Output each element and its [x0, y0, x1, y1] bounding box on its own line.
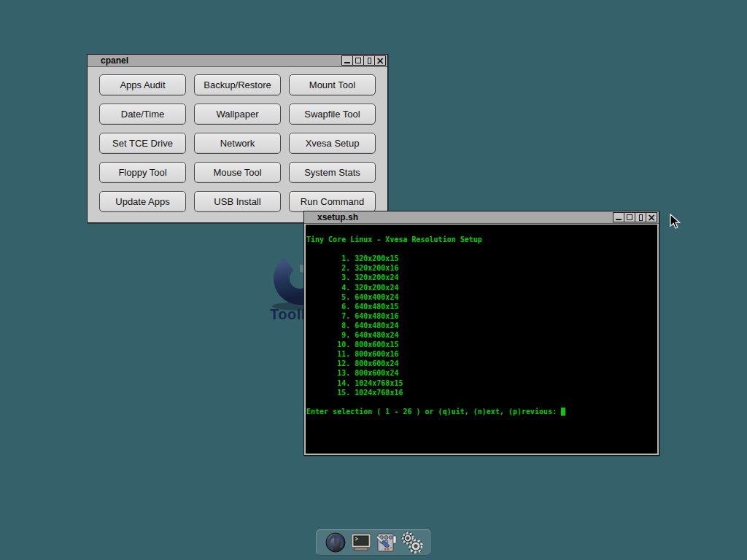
power-icon[interactable] [325, 532, 347, 553]
update-apps-button[interactable]: Update Apps [99, 191, 186, 212]
system-stats-button[interactable]: System Stats [289, 162, 376, 183]
close-icon [647, 211, 656, 224]
mouse-tool-button[interactable]: Mouse Tool [194, 162, 281, 183]
terminal-icon[interactable] [350, 532, 372, 553]
xsetup-titlebar[interactable]: xsetup.sh [304, 211, 659, 224]
close-icon [376, 54, 384, 67]
maximize-icon [627, 214, 632, 220]
terminal-block-cursor [561, 408, 565, 416]
date-time-button[interactable]: Date/Time [99, 104, 186, 125]
xvesa-setup-button[interactable]: Xvesa Setup [289, 133, 376, 154]
set-tce-drive-button[interactable]: Set TCE Drive [99, 133, 186, 154]
terminal-area[interactable]: Tiny Core Linux - Xvesa Resolution Setup… [304, 225, 659, 455]
shade-icon [639, 214, 643, 221]
cpanel-window-controls [342, 55, 386, 66]
shade-icon [368, 58, 371, 64]
close-button[interactable] [374, 55, 386, 66]
dock-bar [316, 529, 431, 556]
floppy-tool-button[interactable]: Floppy Tool [99, 162, 186, 183]
backup-restore-button[interactable]: Backup/Restore [194, 74, 281, 96]
close-button[interactable] [646, 212, 657, 222]
minimize-button[interactable] [341, 55, 353, 66]
cpanel-window: cpanel Apps AuditBackup/RestoreMount Too… [87, 54, 388, 223]
terminal-text: Tiny Core Linux - Xvesa Resolution Setup… [306, 225, 657, 416]
gears-icon[interactable] [401, 532, 423, 553]
shade-button[interactable] [635, 212, 646, 222]
setup-tool-icon[interactable] [376, 532, 398, 553]
cpanel-window-title: cpanel [101, 55, 128, 66]
xsetup-window-title: xsetup.sh [317, 212, 358, 222]
cpanel-button-grid: Apps AuditBackup/RestoreMount ToolDate/T… [88, 68, 387, 222]
minimize-icon [616, 215, 622, 220]
minimize-button[interactable] [613, 212, 624, 222]
minimize-icon [344, 58, 350, 63]
apps-audit-button[interactable]: Apps Audit [99, 74, 186, 96]
network-button[interactable]: Network [194, 133, 281, 154]
swapfile-tool-button[interactable]: Swapfile Tool [289, 104, 376, 125]
maximize-button[interactable] [624, 212, 635, 222]
wallpaper-button[interactable]: Wallpaper [194, 104, 281, 125]
xsetup-window: xsetup.sh Tiny Core Linux - Xvesa Resolu… [303, 211, 659, 456]
maximize-button[interactable] [352, 55, 364, 66]
cpanel-titlebar[interactable]: cpanel [88, 55, 387, 67]
mount-tool-button[interactable]: Mount Tool [289, 74, 376, 96]
shade-button[interactable] [363, 55, 375, 66]
xsetup-window-controls [614, 212, 657, 222]
usb-install-button[interactable]: USB Install [194, 191, 281, 212]
run-command-button[interactable]: Run Command [289, 191, 376, 212]
mouse-cursor [670, 214, 681, 230]
maximize-icon [355, 58, 361, 63]
